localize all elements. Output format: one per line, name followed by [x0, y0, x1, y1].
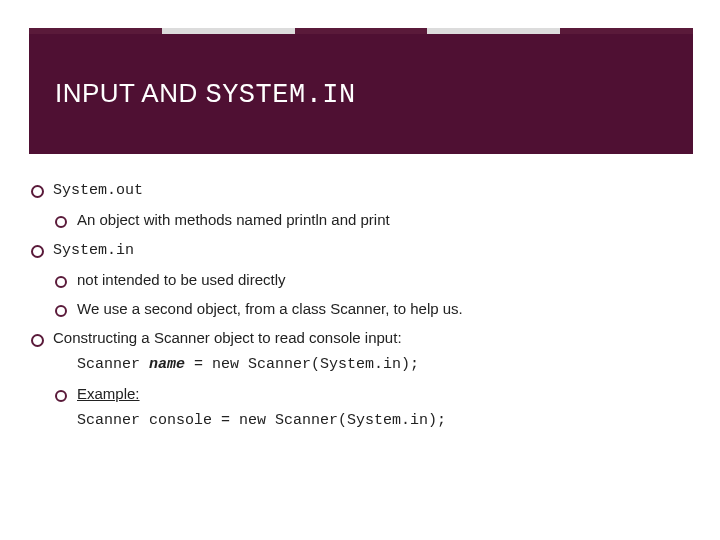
- code-text: = new Scanner(System.in);: [185, 356, 419, 373]
- code-text: Scanner: [77, 356, 149, 373]
- list-item: An object with methods named println and…: [53, 211, 693, 228]
- code-name: name: [149, 356, 185, 373]
- bullet-text: not intended to be used directly: [77, 271, 285, 288]
- code-block: Scanner console = new Scanner(System.in)…: [77, 412, 693, 429]
- bullet-text: System.in: [53, 242, 134, 259]
- bullet-text: System.out: [53, 182, 143, 199]
- code-block: Scanner name = new Scanner(System.in);: [53, 356, 693, 373]
- list-item: Constructing a Scanner object to read co…: [29, 329, 693, 429]
- slide-title: INPUT AND SYSTEM.IN: [55, 78, 356, 110]
- bullet-text: Constructing a Scanner object to read co…: [53, 329, 402, 346]
- slide-content: System.out An object with methods named …: [29, 180, 693, 441]
- bullet-text: An object with methods named println and…: [77, 211, 390, 228]
- list-item: not intended to be used directly: [53, 271, 693, 288]
- list-item: We use a second object, from a class Sca…: [53, 300, 693, 317]
- bullet-text: We use a second object, from a class Sca…: [77, 300, 463, 317]
- list-item: System.out An object with methods named …: [29, 180, 693, 228]
- title-part1: INPUT AND: [55, 78, 205, 108]
- code-text: Scanner console = new Scanner(System.in)…: [77, 412, 446, 429]
- list-item: Example: Scanner console = new Scanner(S…: [53, 385, 693, 429]
- bullet-text: Example:: [77, 385, 140, 402]
- title-banner: INPUT AND SYSTEM.IN: [29, 34, 693, 154]
- title-part2: SYSTEM.IN: [205, 80, 355, 110]
- list-item: System.in not intended to be used direct…: [29, 240, 693, 317]
